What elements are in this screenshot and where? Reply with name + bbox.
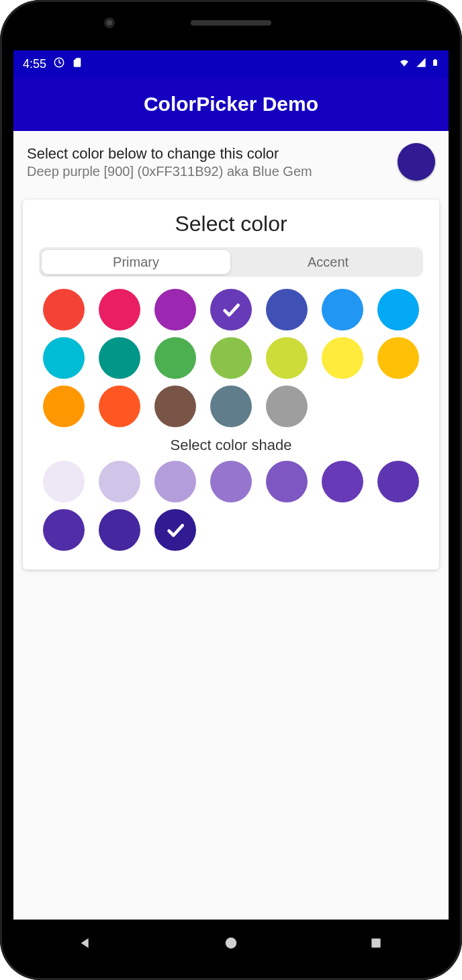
color-swatch-deep-orange[interactable] (99, 386, 140, 427)
earpiece-speaker (191, 20, 271, 26)
color-swatch-red[interactable] (43, 289, 85, 330)
shade-swatch-700[interactable] (43, 509, 85, 551)
clock-app-icon (53, 56, 65, 72)
color-swatch-blue-grey[interactable] (210, 386, 252, 427)
check-icon (210, 289, 252, 330)
nav-home-button[interactable] (218, 930, 244, 956)
nav-back-button[interactable] (73, 930, 99, 956)
shade-swatch-50[interactable] (43, 461, 85, 502)
shade-swatch-400[interactable] (266, 461, 308, 502)
picker-title: Select color (39, 212, 423, 236)
status-bar: 4:55 (13, 50, 449, 77)
svg-point-2 (226, 938, 237, 949)
color-swatch-light-blue[interactable] (377, 289, 419, 330)
shade-swatch-900[interactable] (154, 509, 196, 551)
color-swatch-indigo[interactable] (266, 289, 308, 330)
selected-color-subtitle: Deep purple [900] (0xFF311B92) aka Blue … (27, 164, 389, 179)
color-swatch-blue[interactable] (322, 289, 363, 330)
selected-color-row: Select color below to change this color … (13, 131, 449, 187)
color-swatch-teal[interactable] (99, 337, 140, 379)
device-inner: 4:55 (13, 13, 449, 967)
color-swatch-cyan[interactable] (43, 337, 85, 379)
color-swatch-orange[interactable] (43, 386, 85, 427)
battery-icon (431, 56, 439, 72)
signal-icon (415, 57, 427, 71)
selected-color-title: Select color below to change this color (27, 145, 389, 163)
shade-swatch-500[interactable] (322, 461, 363, 502)
check-icon (154, 509, 196, 551)
status-time: 4:55 (23, 57, 46, 71)
app-bar: ColorPicker Demo (13, 77, 449, 131)
shade-title: Select color shade (39, 437, 423, 454)
front-camera (104, 17, 115, 28)
color-swatch-pink[interactable] (99, 289, 140, 330)
color-swatch-green[interactable] (154, 337, 196, 379)
android-nav-bar (13, 920, 449, 967)
color-swatch-yellow[interactable] (322, 337, 363, 379)
app-bar-title: ColorPicker Demo (144, 93, 318, 116)
color-swatch-grey[interactable] (266, 386, 308, 427)
tab-primary[interactable]: Primary (41, 249, 231, 275)
tab-accent[interactable]: Accent (233, 247, 423, 277)
picker-tabs: Primary Accent (39, 247, 423, 277)
shade-swatch-300[interactable] (210, 461, 252, 502)
wifi-icon (398, 57, 411, 71)
tab-primary-label: Primary (113, 255, 159, 270)
color-picker-card: Select color Primary Accent Select color… (23, 199, 439, 570)
shades-grid (39, 461, 423, 551)
shade-swatch-800[interactable] (99, 509, 140, 551)
color-swatch-brown[interactable] (154, 386, 196, 427)
tab-accent-label: Accent (308, 255, 349, 270)
colors-grid (39, 289, 423, 427)
shade-swatch-600[interactable] (377, 461, 419, 502)
shade-swatch-100[interactable] (99, 461, 140, 502)
color-swatch-light-green[interactable] (210, 337, 252, 379)
nav-recent-button[interactable] (363, 930, 389, 956)
shade-swatch-200[interactable] (154, 461, 196, 502)
device-frame: 4:55 (0, 0, 462, 980)
color-swatch-lime[interactable] (266, 337, 308, 379)
screen: 4:55 (13, 50, 449, 920)
color-swatch-amber[interactable] (377, 337, 419, 379)
color-swatch-deep-purple[interactable] (210, 289, 252, 330)
sdcard-icon (72, 56, 83, 72)
svg-rect-3 (371, 938, 380, 947)
color-swatch-purple[interactable] (154, 289, 196, 330)
selected-color-swatch (398, 143, 435, 181)
